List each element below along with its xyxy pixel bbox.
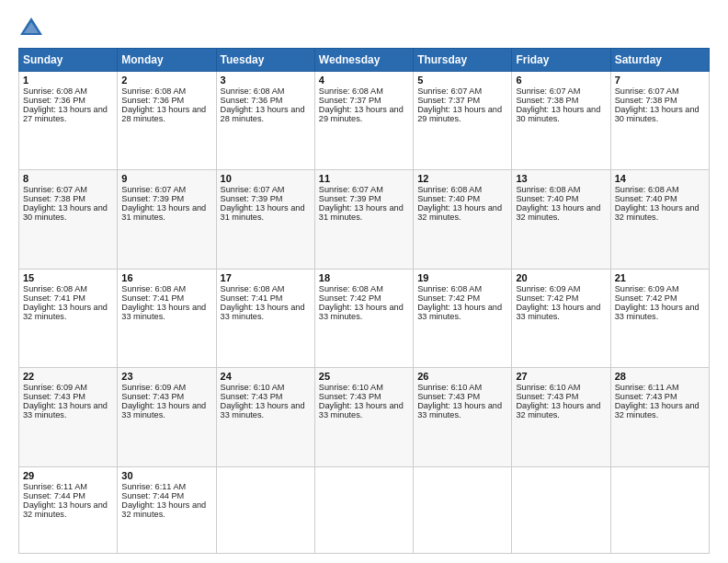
sunrise-label: Sunrise: 6:08 AM bbox=[121, 284, 186, 293]
sunrise-label: Sunrise: 6:10 AM bbox=[221, 383, 285, 392]
empty-cell bbox=[512, 466, 610, 553]
sunrise-label: Sunrise: 6:10 AM bbox=[319, 383, 383, 392]
daylight-label: Daylight: 13 hours and 27 minutes. bbox=[23, 105, 108, 123]
table-row: 28 Sunrise: 6:11 AM Sunset: 7:43 PM Dayl… bbox=[610, 368, 709, 466]
empty-cell bbox=[610, 466, 709, 553]
day-number: 9 bbox=[121, 173, 211, 184]
sunrise-label: Sunrise: 6:08 AM bbox=[516, 185, 580, 194]
sunset-label: Sunset: 7:40 PM bbox=[615, 194, 677, 203]
table-row: 8 Sunrise: 6:07 AM Sunset: 7:38 PM Dayli… bbox=[19, 170, 118, 269]
sunset-label: Sunset: 7:40 PM bbox=[516, 194, 578, 203]
sunset-label: Sunset: 7:37 PM bbox=[319, 96, 381, 105]
table-row: 25 Sunrise: 6:10 AM Sunset: 7:43 PM Dayl… bbox=[314, 368, 413, 466]
daylight-label: Daylight: 13 hours and 33 minutes. bbox=[221, 303, 305, 321]
day-number: 8 bbox=[23, 173, 113, 184]
sunrise-label: Sunrise: 6:07 AM bbox=[121, 185, 186, 194]
sunset-label: Sunset: 7:36 PM bbox=[121, 96, 184, 105]
day-number: 29 bbox=[23, 470, 113, 481]
table-row: 19 Sunrise: 6:08 AM Sunset: 7:42 PM Dayl… bbox=[414, 269, 512, 367]
day-number: 20 bbox=[516, 272, 606, 283]
sunset-label: Sunset: 7:42 PM bbox=[319, 293, 381, 303]
sunset-label: Sunset: 7:42 PM bbox=[615, 293, 677, 303]
sunrise-label: Sunrise: 6:07 AM bbox=[23, 185, 87, 194]
day-number: 6 bbox=[516, 75, 606, 86]
daylight-label: Daylight: 13 hours and 31 minutes. bbox=[319, 203, 404, 222]
sunrise-label: Sunrise: 6:10 AM bbox=[417, 383, 482, 392]
daylight-label: Daylight: 13 hours and 33 minutes. bbox=[319, 303, 404, 321]
sunrise-label: Sunrise: 6:08 AM bbox=[221, 86, 285, 96]
calendar-week-2: 8 Sunrise: 6:07 AM Sunset: 7:38 PM Dayli… bbox=[19, 170, 710, 269]
daylight-label: Daylight: 13 hours and 32 minutes. bbox=[23, 303, 108, 321]
table-row: 15 Sunrise: 6:08 AM Sunset: 7:41 PM Dayl… bbox=[19, 269, 118, 367]
sunrise-label: Sunrise: 6:09 AM bbox=[23, 383, 87, 392]
table-row: 18 Sunrise: 6:08 AM Sunset: 7:42 PM Dayl… bbox=[314, 269, 413, 367]
daylight-label: Daylight: 13 hours and 29 minutes. bbox=[319, 105, 404, 123]
header bbox=[18, 15, 710, 40]
daylight-label: Daylight: 13 hours and 33 minutes. bbox=[417, 401, 502, 419]
sunset-label: Sunset: 7:37 PM bbox=[417, 96, 480, 105]
sunset-label: Sunset: 7:39 PM bbox=[121, 194, 184, 203]
sunset-label: Sunset: 7:39 PM bbox=[221, 194, 283, 203]
col-tuesday: Tuesday bbox=[216, 49, 314, 72]
sunrise-label: Sunrise: 6:08 AM bbox=[319, 284, 383, 293]
table-row: 3 Sunrise: 6:08 AM Sunset: 7:36 PM Dayli… bbox=[216, 72, 314, 170]
sunrise-label: Sunrise: 6:09 AM bbox=[121, 383, 186, 392]
daylight-label: Daylight: 13 hours and 32 minutes. bbox=[417, 203, 502, 222]
sunrise-label: Sunrise: 6:08 AM bbox=[417, 284, 482, 293]
day-number: 25 bbox=[319, 371, 409, 382]
sunset-label: Sunset: 7:41 PM bbox=[221, 293, 283, 303]
sunset-label: Sunset: 7:38 PM bbox=[615, 96, 677, 105]
day-number: 27 bbox=[516, 371, 606, 382]
sunset-label: Sunset: 7:36 PM bbox=[23, 96, 85, 105]
daylight-label: Daylight: 13 hours and 31 minutes. bbox=[221, 203, 305, 222]
sunset-label: Sunset: 7:44 PM bbox=[23, 491, 85, 500]
empty-cell bbox=[314, 466, 413, 553]
daylight-label: Daylight: 13 hours and 32 minutes. bbox=[121, 500, 206, 519]
day-number: 15 bbox=[23, 272, 113, 283]
sunrise-label: Sunrise: 6:07 AM bbox=[221, 185, 285, 194]
table-row: 14 Sunrise: 6:08 AM Sunset: 7:40 PM Dayl… bbox=[610, 170, 709, 269]
sunrise-label: Sunrise: 6:07 AM bbox=[417, 86, 482, 96]
col-wednesday: Wednesday bbox=[314, 49, 413, 72]
sunrise-label: Sunrise: 6:08 AM bbox=[23, 86, 87, 96]
table-row: 12 Sunrise: 6:08 AM Sunset: 7:40 PM Dayl… bbox=[414, 170, 512, 269]
empty-cell bbox=[216, 466, 314, 553]
sunrise-label: Sunrise: 6:09 AM bbox=[516, 284, 580, 293]
table-row: 30 Sunrise: 6:11 AM Sunset: 7:44 PM Dayl… bbox=[118, 466, 216, 553]
sunrise-label: Sunrise: 6:11 AM bbox=[615, 383, 679, 392]
col-friday: Friday bbox=[512, 49, 610, 72]
header-row: Sunday Monday Tuesday Wednesday Thursday… bbox=[19, 49, 710, 72]
col-thursday: Thursday bbox=[414, 49, 512, 72]
daylight-label: Daylight: 13 hours and 28 minutes. bbox=[121, 105, 206, 123]
day-number: 12 bbox=[417, 173, 507, 184]
logo-icon bbox=[18, 15, 44, 40]
sunset-label: Sunset: 7:41 PM bbox=[121, 293, 184, 303]
daylight-label: Daylight: 13 hours and 32 minutes. bbox=[23, 500, 108, 519]
sunrise-label: Sunrise: 6:08 AM bbox=[615, 185, 679, 194]
day-number: 28 bbox=[615, 371, 705, 382]
table-row: 2 Sunrise: 6:08 AM Sunset: 7:36 PM Dayli… bbox=[118, 72, 216, 170]
day-number: 5 bbox=[417, 75, 507, 86]
table-row: 24 Sunrise: 6:10 AM Sunset: 7:43 PM Dayl… bbox=[216, 368, 314, 466]
daylight-label: Daylight: 13 hours and 33 minutes. bbox=[319, 401, 404, 419]
day-number: 21 bbox=[615, 272, 705, 283]
table-row: 9 Sunrise: 6:07 AM Sunset: 7:39 PM Dayli… bbox=[118, 170, 216, 269]
day-number: 11 bbox=[319, 173, 409, 184]
day-number: 3 bbox=[221, 75, 311, 86]
sunrise-label: Sunrise: 6:08 AM bbox=[23, 284, 87, 293]
day-number: 23 bbox=[121, 371, 211, 382]
col-sunday: Sunday bbox=[19, 49, 118, 72]
col-saturday: Saturday bbox=[610, 49, 709, 72]
table-row: 20 Sunrise: 6:09 AM Sunset: 7:42 PM Dayl… bbox=[512, 269, 610, 367]
sunset-label: Sunset: 7:43 PM bbox=[615, 392, 677, 401]
day-number: 24 bbox=[221, 371, 311, 382]
day-number: 17 bbox=[221, 272, 311, 283]
daylight-label: Daylight: 13 hours and 32 minutes. bbox=[615, 203, 700, 222]
sunset-label: Sunset: 7:43 PM bbox=[319, 392, 381, 401]
day-number: 10 bbox=[221, 173, 311, 184]
table-row: 6 Sunrise: 6:07 AM Sunset: 7:38 PM Dayli… bbox=[512, 72, 610, 170]
daylight-label: Daylight: 13 hours and 32 minutes. bbox=[615, 401, 700, 419]
sunrise-label: Sunrise: 6:07 AM bbox=[615, 86, 679, 96]
daylight-label: Daylight: 13 hours and 33 minutes. bbox=[516, 303, 600, 321]
sunset-label: Sunset: 7:43 PM bbox=[221, 392, 283, 401]
